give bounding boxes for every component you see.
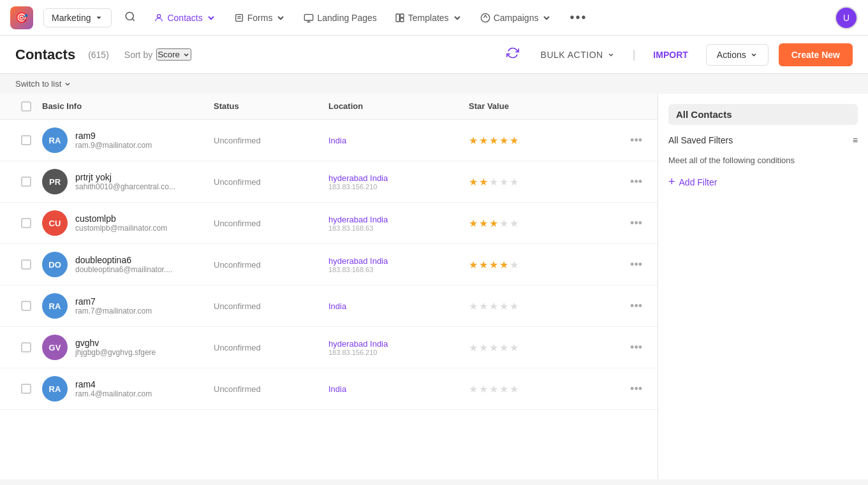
contact-cell-4[interactable]: RA ram7 ram.7@mailinator.com [42,293,214,319]
search-icon [124,11,136,22]
location-cell-1: hyderabad India 183.83.156.210 [328,173,469,191]
star-1: ★ [469,300,478,312]
row-actions-5[interactable]: ••• [609,341,647,354]
nav-item-landing-pages[interactable]: Landing Pages [296,8,384,28]
contact-name-2: customlpb [75,214,167,224]
page-title: Contacts [15,47,75,63]
row-actions-3[interactable]: ••• [609,258,647,271]
row-checkbox-cell [10,218,42,228]
row-actions-2[interactable]: ••• [609,217,647,230]
star-5: ★ [510,383,519,395]
refresh-button[interactable] [503,43,523,66]
header-checkbox-cell [10,101,42,112]
svg-line-1 [133,18,135,20]
star-2: ★ [479,134,488,147]
add-filter-button[interactable]: + Add Filter [668,175,717,189]
filter-icon[interactable]: ≡ [853,135,858,145]
create-new-button[interactable]: Create New [779,43,853,66]
star-1: ★ [469,134,478,147]
sub-header: Switch to list [0,74,868,94]
star-4: ★ [499,342,508,354]
landing-pages-label: Landing Pages [317,13,376,23]
contact-name-1: prtrjt yokj [75,172,175,182]
refresh-icon [506,47,519,59]
table-row: PR prtrjt yokj sahith0010@gharcentral.co… [0,161,658,203]
row-actions-0[interactable]: ••• [609,134,647,147]
nav-item-templates[interactable]: Templates [387,8,470,28]
star-2: ★ [479,342,488,354]
contact-email-2: customlpb@mailinator.com [75,224,167,233]
location-header: Location [328,101,469,112]
location-city-5: hyderabad India [328,339,469,349]
sort-value-text: Score [158,50,180,59]
templates-label: Templates [408,13,449,23]
search-button[interactable] [119,6,141,29]
nav-more[interactable]: ••• [562,5,594,30]
star-1: ★ [469,176,478,188]
workspace-label: Marketing [52,13,91,23]
workspace-selector[interactable]: Marketing [43,8,112,27]
plus-icon: + [668,175,675,189]
row-checkbox-5[interactable] [21,342,31,352]
location-ip-2: 183.83.168.63 [328,224,469,232]
chevron-down-icon [94,13,103,22]
contact-info-6: ram4 ram.4@mailinator.com [75,379,152,398]
select-all-checkbox[interactable] [21,101,31,112]
avatar-6: RA [42,376,68,402]
star-1: ★ [469,383,478,395]
row-checkbox-3[interactable] [21,259,31,270]
table-row: DO doubleoptina6 doubleoptina6@mailinato… [0,244,658,286]
row-checkbox-4[interactable] [21,301,31,311]
actions-button[interactable]: Actions [706,44,769,66]
main-layout: Basic Info Status Location Star Value RA… [0,94,868,479]
location-cell-2: hyderabad India 183.83.168.63 [328,215,469,232]
contacts-label: Contacts [167,13,202,23]
contact-cell-2[interactable]: CU customlpb customlpb@mailinator.com [42,210,214,236]
contacts-count: (615) [88,50,109,60]
contact-email-5: jhjgbgb@gvghvg.sfgere [75,348,156,357]
avatar-2: CU [42,210,68,236]
row-checkbox-1[interactable] [21,177,31,187]
row-checkbox-cell [10,301,42,311]
sort-by-label: Sort by [124,50,152,60]
row-checkbox-0[interactable] [21,135,31,145]
star-4: ★ [499,300,508,312]
contact-name-6: ram4 [75,379,152,389]
nav-item-campaigns[interactable]: Campaigns [473,8,560,28]
nav-item-contacts[interactable]: Contacts [146,8,223,28]
location-ip-1: 183.83.156.210 [328,183,469,191]
location-cell-5: hyderabad India 183.83.156.210 [328,339,469,356]
svg-point-0 [126,12,134,20]
table-row: GV gvghv jhjgbgb@gvghvg.sfgere Unconfirm… [0,327,658,368]
row-checkbox-2[interactable] [21,218,31,228]
location-city-2: hyderabad India [328,215,469,224]
nav-item-forms[interactable]: Forms [226,8,294,28]
contact-cell-6[interactable]: RA ram4 ram.4@mailinator.com [42,376,214,402]
contact-info-1: prtrjt yokj sahith0010@gharcentral.co... [75,172,175,191]
stars-cell-3: ★★★★★ [469,259,609,271]
all-contacts-label[interactable]: All Contacts [668,104,858,125]
contact-email-3: doubleoptina6@mailinator.... [75,265,172,274]
star-5: ★ [510,300,519,312]
import-button[interactable]: IMPORT [645,45,695,65]
row-actions-6[interactable]: ••• [609,382,647,396]
app-logo: 🎯 [10,6,33,29]
star-2: ★ [479,383,488,395]
row-actions-4[interactable]: ••• [609,300,647,313]
forms-icon [234,13,244,23]
contact-email-6: ram.4@mailinator.com [75,389,152,398]
stars-cell-5: ★★★★★ [469,342,609,354]
switch-to-list-button[interactable]: Switch to list [15,79,71,89]
row-actions-1[interactable]: ••• [609,175,647,189]
contact-cell-3[interactable]: DO doubleoptina6 doubleoptina6@mailinato… [42,252,214,277]
location-ip-5: 183.83.156.210 [328,349,469,356]
contact-cell-1[interactable]: PR prtrjt yokj sahith0010@gharcentral.co… [42,169,214,194]
bulk-action-button[interactable]: BULK ACTION [533,45,622,65]
sort-value-button[interactable]: Score [156,48,191,61]
row-checkbox-6[interactable] [21,384,31,394]
contact-cell-5[interactable]: GV gvghv jhjgbgb@gvghvg.sfgere [42,335,214,360]
contact-cell-0[interactable]: RA ram9 ram.9@mailinator.com [42,127,214,153]
avatar[interactable]: U [835,6,858,29]
svg-rect-9 [396,14,399,22]
nav-items: Contacts Forms Landing Pages Templates C… [146,5,830,30]
